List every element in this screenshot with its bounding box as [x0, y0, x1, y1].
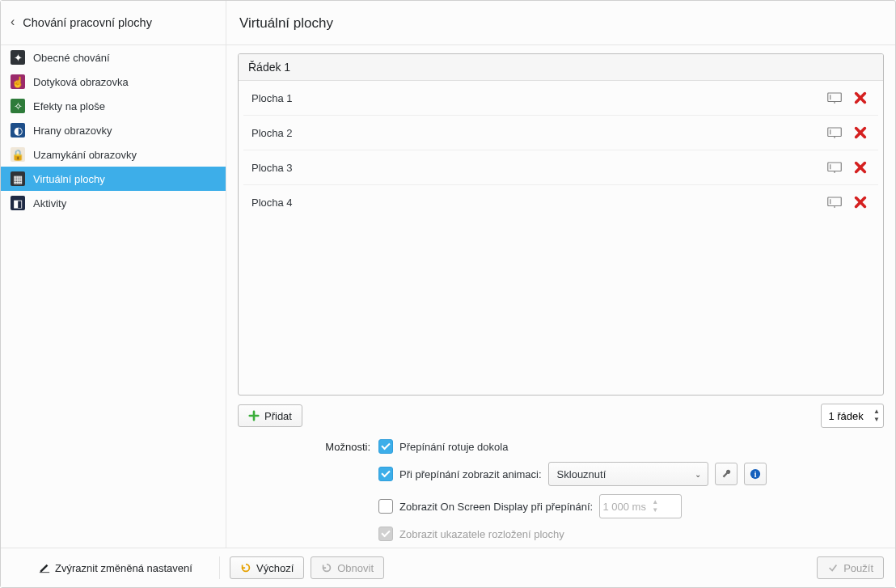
spinner-arrows: ▲ ▼ [870, 408, 883, 423]
spinner-up-icon[interactable]: ▲ [873, 408, 880, 415]
pencil-icon [39, 562, 50, 573]
sidebar-item-label: Dotyková obrazovka [33, 76, 129, 88]
wraparound-checkbox[interactable] [378, 439, 393, 454]
back-chevron-icon[interactable]: ‹ [11, 15, 15, 28]
highlight-changed-button[interactable]: Zvýraznit změněná nastavení [12, 556, 220, 579]
add-desktop-label: Přidat [264, 410, 292, 422]
close-x-icon [853, 91, 868, 105]
option-show-osd: Zobrazit On Screen Display při přepínání… [378, 494, 881, 518]
spinner-down-icon[interactable]: ▼ [873, 417, 880, 423]
animation-combo-value: Sklouznutí [549, 468, 688, 480]
settings-window: ‹ Chování pracovní plochy ✦ Obecné chová… [0, 0, 896, 588]
show-animation-label[interactable]: Při přepínání zobrazit animaci: [399, 468, 542, 480]
show-layout-indicator-label: Zobrazit ukazatele rozložení plochy [399, 528, 564, 540]
show-animation-checkbox[interactable] [378, 467, 393, 481]
option-show-animation: Při přepínání zobrazit animaci: Sklouznu… [378, 462, 881, 486]
desktop-row[interactable]: Plocha 2 [243, 116, 878, 150]
animation-info-button[interactable]: i [744, 463, 767, 485]
wraparound-label[interactable]: Přepínání rotuje dokola [399, 441, 508, 453]
breadcrumb-title: Chování pracovní plochy [23, 16, 152, 29]
activities-icon: ◧ [11, 196, 25, 210]
rename-icon [827, 127, 842, 138]
sidebar-item-general[interactable]: ✦ Obecné chování [1, 45, 226, 70]
remove-button[interactable] [851, 160, 870, 175]
desktop-name: Plocha 4 [251, 197, 818, 209]
options-form: Možnosti: Přepínání rotuje dokola Při př… [238, 439, 884, 541]
sidebar-item-lock[interactable]: 🔒 Uzamykání obrazovky [1, 142, 226, 167]
sidebar-item-label: Obecné chování [33, 52, 110, 64]
option-show-layout-indicator: Zobrazit ukazatele rozložení plochy [378, 527, 881, 541]
virtual-desktops-icon: ▦ [11, 171, 25, 186]
animation-combo[interactable]: Sklouznutí ⌄ [548, 462, 708, 486]
top-area: ‹ Chování pracovní plochy ✦ Obecné chová… [1, 1, 895, 548]
desktop-name: Plocha 2 [251, 127, 818, 139]
show-osd-checkbox[interactable] [378, 499, 393, 514]
desktop-row[interactable]: Plocha 1 [243, 81, 878, 116]
animation-configure-button[interactable] [715, 463, 738, 485]
check-icon [827, 562, 839, 573]
sidebar-breadcrumb[interactable]: ‹ Chování pracovní plochy [1, 1, 226, 45]
row-count-spinner[interactable]: ▲ ▼ [821, 404, 884, 428]
defaults-button[interactable]: Výchozí [230, 556, 304, 579]
general-icon: ✦ [11, 50, 25, 65]
desktop-name: Plocha 3 [251, 162, 818, 174]
apply-button: Použít [817, 556, 884, 579]
spinner-arrows: ▲ ▼ [649, 499, 661, 514]
osd-duration-spinner: ▲ ▼ [599, 494, 682, 518]
osd-duration-value [600, 500, 649, 514]
sidebar-item-touch[interactable]: ☝ Dotyková obrazovka [1, 70, 226, 94]
plus-icon [248, 410, 260, 421]
show-osd-label[interactable]: Zobrazit On Screen Display při přepínání… [399, 501, 593, 513]
option-wraparound: Přepínání rotuje dokola [378, 439, 881, 454]
sidebar-item-label: Hrany obrazovky [33, 125, 112, 137]
rename-icon [827, 197, 842, 208]
bottom-bar: Zvýraznit změněná nastavení Výchozí Obno… [1, 548, 895, 587]
sidebar-item-virtual-desktops[interactable]: ▦ Virtuální plochy [1, 167, 226, 191]
remove-button[interactable] [851, 125, 870, 140]
add-desktop-button[interactable]: Přidat [238, 404, 302, 427]
close-x-icon [853, 160, 868, 175]
sidebar-item-label: Virtuální plochy [33, 173, 105, 185]
rename-button[interactable] [825, 125, 844, 140]
rename-icon [827, 92, 842, 104]
content-body: Řádek 1 Plocha 1 Plocha 2 [226, 45, 895, 548]
sidebar-list: ✦ Obecné chování ☝ Dotyková obrazovka ✧ … [1, 45, 226, 548]
show-layout-indicator-checkbox [378, 527, 393, 541]
sidebar-item-effects[interactable]: ✧ Efekty na ploše [1, 94, 226, 118]
spinner-up-icon: ▲ [652, 499, 658, 506]
defaults-label: Výchozí [256, 562, 294, 574]
desktop-row[interactable]: Plocha 4 [243, 185, 878, 219]
svg-rect-14 [40, 572, 49, 573]
chevron-down-icon: ⌄ [688, 470, 708, 479]
wrench-icon [721, 468, 732, 480]
svg-rect-1 [834, 102, 835, 104]
sidebar-item-label: Efekty na ploše [33, 100, 105, 112]
sidebar-item-label: Uzamykání obrazovky [33, 149, 137, 161]
svg-text:i: i [754, 470, 756, 479]
sidebar-item-label: Aktivity [33, 197, 66, 209]
lock-icon: 🔒 [11, 147, 25, 162]
remove-button[interactable] [851, 91, 870, 105]
row-count-value[interactable] [822, 409, 870, 423]
rename-button[interactable] [825, 91, 844, 105]
close-x-icon [853, 195, 868, 209]
edges-icon: ◐ [11, 123, 25, 137]
rename-button[interactable] [825, 160, 844, 175]
touch-icon: ☝ [11, 74, 25, 89]
remove-button[interactable] [851, 195, 870, 209]
content: Virtuální plochy Řádek 1 Plocha 1 [226, 1, 895, 548]
reset-button: Obnovit [311, 556, 384, 579]
effects-icon: ✧ [11, 99, 25, 113]
options-heading: Možnosti: [238, 441, 378, 453]
sidebar-item-edges[interactable]: ◐ Hrany obrazovky [1, 118, 226, 142]
below-list-row: Přidat ▲ ▼ [238, 404, 884, 428]
close-x-icon [853, 125, 868, 140]
rename-icon [827, 162, 842, 173]
desktop-row[interactable]: Plocha 3 [243, 150, 878, 185]
desktop-list: Řádek 1 Plocha 1 Plocha 2 [238, 53, 884, 396]
sidebar-item-activities[interactable]: ◧ Aktivity [1, 191, 226, 215]
rename-button[interactable] [825, 195, 844, 209]
spinner-down-icon: ▼ [652, 507, 658, 514]
list-section-header: Řádek 1 [239, 54, 883, 81]
svg-rect-10 [834, 206, 835, 208]
